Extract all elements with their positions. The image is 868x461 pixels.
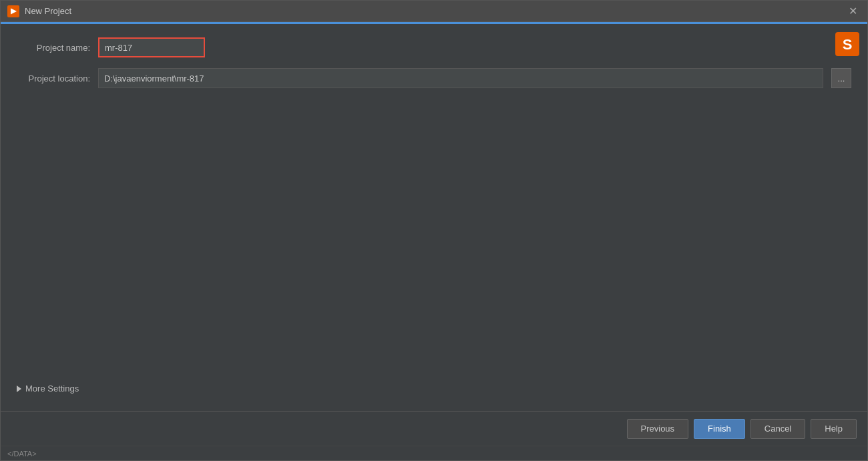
content-spacer bbox=[17, 99, 851, 369]
more-settings-toggle[interactable]: More Settings bbox=[17, 379, 851, 398]
dialog-content: S Project name: Project location: ... Mo… bbox=[1, 24, 867, 411]
button-bar: Previous Finish Cancel Help bbox=[1, 411, 867, 446]
new-project-dialog: ▶ New Project ✕ S Project name: Project … bbox=[0, 0, 868, 461]
more-settings-arrow-icon bbox=[17, 386, 21, 392]
help-button[interactable]: Help bbox=[811, 419, 857, 439]
status-bar-text: </DATA> bbox=[7, 450, 37, 458]
project-location-row: Project location: ... bbox=[17, 68, 851, 88]
browse-button[interactable]: ... bbox=[831, 68, 851, 88]
title-bar: ▶ New Project ✕ bbox=[1, 1, 867, 22]
project-location-label: Project location: bbox=[17, 73, 90, 84]
app-icon: ▶ bbox=[7, 5, 19, 17]
previous-button[interactable]: Previous bbox=[627, 419, 689, 439]
dialog-title: New Project bbox=[25, 6, 845, 16]
project-location-input[interactable] bbox=[98, 68, 823, 88]
status-bar: </DATA> bbox=[1, 446, 867, 460]
project-name-row: Project name: bbox=[17, 37, 851, 57]
more-settings-label: More Settings bbox=[25, 383, 79, 394]
cancel-button[interactable]: Cancel bbox=[750, 419, 805, 439]
project-name-label: Project name: bbox=[17, 43, 90, 53]
sonarlint-logo: S bbox=[835, 32, 859, 56]
close-button[interactable]: ✕ bbox=[845, 3, 861, 19]
project-name-input[interactable] bbox=[98, 37, 205, 57]
svg-text:S: S bbox=[843, 36, 853, 53]
finish-button[interactable]: Finish bbox=[694, 419, 745, 439]
